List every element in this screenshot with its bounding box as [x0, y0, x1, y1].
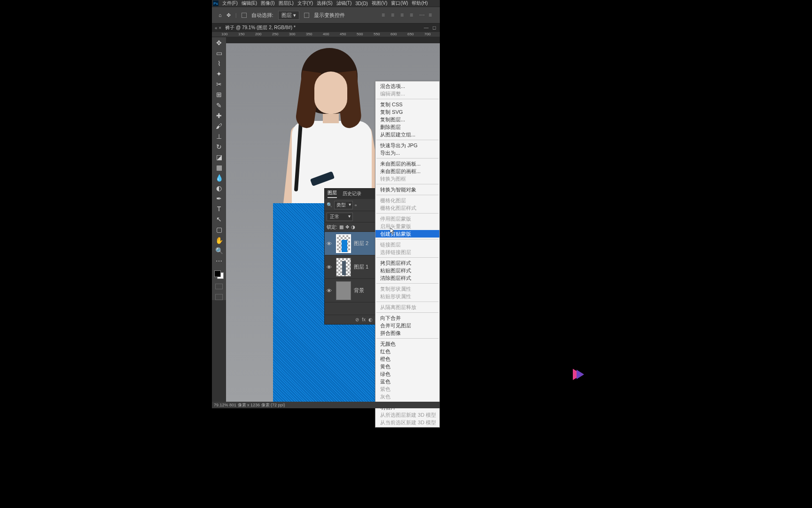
menu-3d[interactable]: 3D(D)	[355, 1, 368, 6]
screenmode-button[interactable]	[215, 294, 223, 300]
context-menu-item[interactable]: 复制 SVG	[375, 108, 439, 116]
context-menu-item[interactable]: 粘贴图层样式	[375, 267, 439, 274]
home-icon[interactable]: ⌂	[219, 12, 222, 18]
type-tool[interactable]: T	[214, 205, 224, 213]
layer-name[interactable]: 图层 2	[354, 240, 368, 247]
edit-toolbar[interactable]: ⋯	[214, 257, 224, 265]
menu-help[interactable]: 帮助(H)	[412, 0, 428, 7]
lock-icon[interactable]: ✥	[345, 224, 349, 230]
context-menu-item[interactable]: 转换为智能对象	[375, 186, 439, 193]
menu-edit[interactable]: 编辑(E)	[242, 0, 257, 7]
context-menu-item[interactable]: 向下合并	[375, 314, 439, 322]
menu-type[interactable]: 文字(Y)	[297, 0, 313, 7]
healing-tool[interactable]: ✚	[214, 112, 224, 119]
context-menu-item[interactable]: 快速导出为 JPG	[375, 142, 439, 149]
layer-name[interactable]: 图层 1	[354, 263, 368, 270]
context-menu-item[interactable]: 清除图层样式	[375, 274, 439, 282]
align-icon[interactable]: ≡	[410, 12, 416, 18]
eyedropper-tool[interactable]: ✎	[214, 101, 224, 109]
lock-icon[interactable]: ◑	[351, 224, 355, 230]
context-menu-item[interactable]: 合并可见图层	[375, 322, 439, 329]
maximize-icon[interactable]: ◻	[432, 25, 438, 31]
align-icon[interactable]: ≡	[429, 12, 435, 18]
context-menu-item[interactable]: 拼合图像	[375, 329, 439, 337]
marquee-tool[interactable]: ▭	[214, 49, 224, 57]
blend-mode-dropdown[interactable]: 正常	[327, 213, 353, 221]
mask-icon[interactable]: ◐	[368, 317, 373, 322]
hand-tool[interactable]: ✋	[214, 236, 224, 244]
context-menu-item[interactable]: 复制 CSS	[375, 101, 439, 108]
align-icon[interactable]: ≡	[400, 12, 407, 18]
tab-nav-icon[interactable]: « ×	[215, 25, 221, 31]
menu-image[interactable]: 图像(I)	[261, 0, 274, 7]
path-tool[interactable]: ↖	[214, 215, 224, 223]
context-menu-item[interactable]: 无颜色	[375, 340, 439, 348]
layer-thumbnail[interactable]	[336, 258, 351, 277]
layer-name[interactable]: 背景	[354, 287, 364, 294]
context-menu-item: 启用矢量蒙版	[375, 222, 439, 230]
lasso-tool[interactable]: ⌇	[214, 60, 224, 67]
brush-tool[interactable]: 🖌	[214, 122, 224, 130]
context-menu-item: 粘贴形状属性	[375, 293, 439, 300]
fx-icon[interactable]: fx	[362, 317, 366, 322]
tab-layers[interactable]: 图层	[328, 190, 337, 198]
blur-tool[interactable]: 💧	[214, 174, 224, 182]
frame-tool[interactable]: ⊞	[214, 91, 224, 98]
quickmask-button[interactable]	[215, 284, 223, 290]
context-menu-item[interactable]: 删除图层	[375, 123, 439, 131]
context-menu-item[interactable]: 创建剪贴蒙版	[375, 230, 439, 238]
context-menu-item: 从所选图层新建 3D 模型	[375, 411, 439, 419]
visibility-icon[interactable]: 👁	[325, 288, 333, 294]
menu-file[interactable]: 文件(F)	[222, 0, 238, 7]
menu-layer[interactable]: 图层(L)	[279, 0, 294, 7]
layer-thumbnail[interactable]	[336, 281, 351, 300]
context-menu-item[interactable]: 来自图层的画框...	[375, 167, 439, 175]
context-menu-item[interactable]: 从图层建立组...	[375, 131, 439, 138]
align-icon[interactable]: ≡	[391, 12, 398, 18]
tab-history[interactable]: 历史记录	[343, 190, 361, 197]
context-menu-item[interactable]: 蓝色	[375, 378, 439, 385]
align-icon[interactable]: ⋯	[419, 12, 426, 18]
layer-row[interactable]: 👁 图层 1	[325, 255, 375, 279]
menu-filter[interactable]: 滤镜(T)	[336, 0, 352, 7]
filter-kind-dropdown[interactable]: 类型	[334, 201, 353, 209]
context-menu-item[interactable]: 橙色	[375, 355, 439, 363]
context-menu-item[interactable]: 导出为...	[375, 149, 439, 157]
layer-thumbnail[interactable]	[336, 234, 351, 253]
context-menu-item[interactable]: 绿色	[375, 370, 439, 378]
context-menu-item[interactable]: 拷贝图层样式	[375, 259, 439, 267]
context-menu-item[interactable]: 黄色	[375, 363, 439, 370]
context-menu-item[interactable]: 来自图层的画板...	[375, 160, 439, 167]
visibility-icon[interactable]: 👁	[325, 264, 333, 270]
menu-view[interactable]: 视图(V)	[372, 0, 387, 7]
gradient-tool[interactable]: ▦	[214, 164, 224, 171]
move-tool[interactable]: ✥	[214, 39, 224, 47]
context-menu-item[interactable]: 混合选项...	[375, 82, 439, 90]
history-brush-tool[interactable]: ↻	[214, 143, 224, 151]
show-transform-checkbox[interactable]	[304, 13, 309, 18]
eraser-tool[interactable]: ◪	[214, 153, 224, 161]
lock-icon[interactable]: ▦	[339, 224, 344, 230]
visibility-icon[interactable]: 👁	[325, 241, 333, 246]
zoom-tool[interactable]: 🔍	[214, 247, 224, 254]
auto-select-target[interactable]: 图层 ▾	[278, 11, 299, 20]
layer-row[interactable]: 👁 图层 2	[325, 232, 375, 255]
menu-select[interactable]: 选择(S)	[317, 0, 332, 7]
link-icon[interactable]: ⊘	[355, 317, 359, 322]
fg-color[interactable]	[214, 270, 221, 277]
minimize-icon[interactable]: —	[424, 25, 429, 31]
color-swatch[interactable]	[214, 270, 224, 279]
pen-tool[interactable]: ✒	[214, 195, 224, 202]
crop-tool[interactable]: ✂	[214, 80, 224, 88]
menu-window[interactable]: 窗口(W)	[391, 0, 408, 7]
stamp-tool[interactable]: ⊥	[214, 133, 224, 140]
layer-row[interactable]: 👁 背景	[325, 279, 375, 302]
context-menu-item[interactable]: 复制图层...	[375, 116, 439, 123]
shape-tool[interactable]: ▢	[214, 226, 224, 233]
dodge-tool[interactable]: ◐	[214, 184, 224, 192]
align-icon[interactable]: ≡	[382, 12, 388, 18]
magic-wand-tool[interactable]: ✦	[214, 70, 224, 78]
context-menu-item[interactable]: 红色	[375, 348, 439, 355]
auto-select-checkbox[interactable]	[242, 13, 247, 18]
filter-icon[interactable]: ▫	[355, 202, 357, 208]
